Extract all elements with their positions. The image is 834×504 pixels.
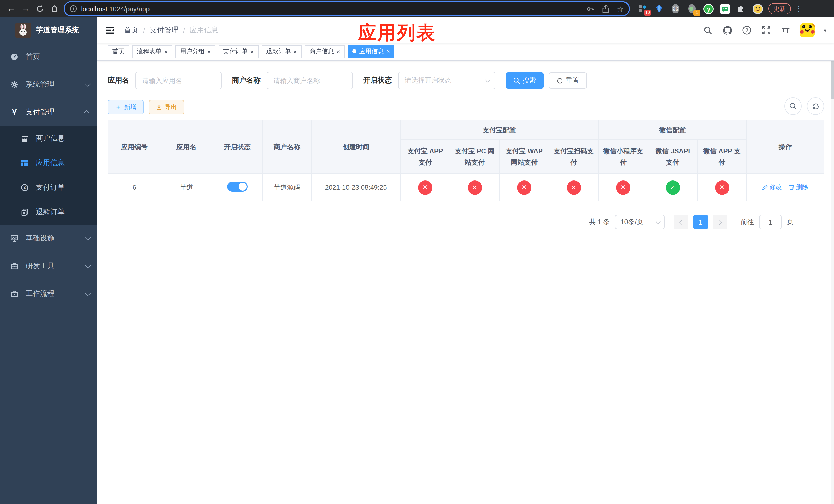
sidebar-item-refund-order[interactable]: 退款订单 xyxy=(0,200,97,225)
url-text[interactable]: localhost:1024/pay/app xyxy=(81,5,586,13)
tab-首页[interactable]: 首页 xyxy=(108,45,129,59)
search-button[interactable]: 搜索 xyxy=(506,72,544,89)
goto-suffix: 页 xyxy=(787,217,793,227)
reset-button[interactable]: 重置 xyxy=(549,72,587,89)
sidebar-item-dev-tools[interactable]: 研发工具 xyxy=(0,252,97,280)
password-key-icon[interactable] xyxy=(586,4,594,13)
extension-y-icon[interactable]: y xyxy=(703,3,714,14)
status-toggle[interactable] xyxy=(227,182,247,192)
tab-退款订单[interactable]: 退款订单× xyxy=(262,45,302,59)
address-bar[interactable]: localhost:1024/pay/app ☆ xyxy=(65,2,629,15)
sidebar: 芋道管理系统 首页 系统管理 ¥ 支付管理 xyxy=(0,18,97,504)
table-row: 6 芋道 芋道源码 2021-10-23 08:49:25 ✕ ✕ ✕ ✕ ✕ … xyxy=(108,174,824,201)
sidebar-fold-icon[interactable] xyxy=(106,25,116,36)
sidebar-item-payment[interactable]: ¥ 支付管理 xyxy=(0,98,97,126)
sidebar-item-infra[interactable]: 基础设施 xyxy=(0,225,97,252)
tab-支付订单[interactable]: 支付订单× xyxy=(219,45,259,59)
browser-forward-icon[interactable]: → xyxy=(19,2,33,16)
cell-app-id: 6 xyxy=(108,174,161,201)
page-scrollbar[interactable] xyxy=(831,18,834,504)
breadcrumb-current: 应用信息 xyxy=(190,26,219,35)
yen-circle-icon: ¥ xyxy=(21,184,29,192)
close-tab-icon[interactable]: × xyxy=(207,49,211,55)
site-info-icon[interactable] xyxy=(70,5,77,12)
user-caret-icon[interactable]: ▾ xyxy=(824,27,826,33)
close-tab-icon[interactable]: × xyxy=(386,48,390,54)
chevron-down-icon xyxy=(656,219,661,224)
merchant-name-input[interactable] xyxy=(267,72,353,89)
extension-recorder-icon[interactable]: 1 xyxy=(686,3,698,14)
extensions-puzzle-icon[interactable] xyxy=(736,3,747,14)
page-size-select[interactable]: 10条/页 xyxy=(615,215,665,229)
browser-menu-icon[interactable]: ⋮ xyxy=(795,4,803,13)
share-icon[interactable] xyxy=(601,4,610,13)
tab-商户信息[interactable]: 商户信息× xyxy=(305,45,345,59)
svg-text:y: y xyxy=(707,6,710,12)
briefcase-icon xyxy=(10,290,19,298)
next-page-button[interactable] xyxy=(713,215,727,229)
cell-app-name: 芋道 xyxy=(161,174,212,201)
extensions-strip: 10 ⌘ 1 y xyxy=(637,3,763,14)
yen-icon: ¥ xyxy=(10,108,19,116)
tab-用户分组[interactable]: 用户分组× xyxy=(175,45,215,59)
close-tab-icon[interactable]: × xyxy=(164,49,168,55)
extension-command-icon[interactable]: ⌘ xyxy=(670,3,681,14)
breadcrumb: 首页 / 支付管理 / 应用信息 xyxy=(124,26,219,35)
close-tab-icon[interactable]: × xyxy=(293,49,297,55)
browser-reload-icon[interactable] xyxy=(33,2,47,16)
col-header-alipay-scan: 支付宝扫码支付 xyxy=(549,140,598,174)
extension-badge: 1 xyxy=(694,10,700,16)
col-header-app-name: 应用名 xyxy=(161,120,212,174)
group-header-wechat: 微信配置 xyxy=(598,120,747,140)
sidebar-item-pay-order[interactable]: ¥ 支付订单 xyxy=(0,175,97,200)
github-icon[interactable] xyxy=(722,25,732,36)
font-size-icon[interactable]: TT xyxy=(781,25,791,36)
delete-link[interactable]: 删除 xyxy=(789,183,808,192)
goto-label: 前往 xyxy=(741,217,754,227)
edit-link[interactable]: 修改 xyxy=(762,183,782,192)
app-name-input[interactable] xyxy=(135,72,222,89)
sidebar-item-home[interactable]: 首页 xyxy=(0,43,97,71)
breadcrumb-payment[interactable]: 支付管理 xyxy=(150,26,178,35)
browser-update-button[interactable]: 更新 xyxy=(768,3,791,14)
sidebar-item-system[interactable]: 系统管理 xyxy=(0,71,97,98)
tab-label: 退款订单 xyxy=(266,47,291,56)
browser-back-icon[interactable]: ← xyxy=(4,2,19,16)
page-number-1[interactable]: 1 xyxy=(694,215,708,229)
profile-avatar-icon[interactable] xyxy=(752,3,763,14)
extension-sidebar-icon[interactable]: 10 xyxy=(637,3,648,14)
sidebar-item-app-info[interactable]: 应用信息 xyxy=(0,151,97,175)
sidebar-item-workflow[interactable]: 工作流程 xyxy=(0,280,97,307)
goto-page-input[interactable] xyxy=(759,215,782,229)
sidebar-item-merchant-info[interactable]: 商户信息 xyxy=(0,126,97,151)
col-header-status: 开启状态 xyxy=(212,120,262,174)
prev-page-button[interactable] xyxy=(674,215,688,229)
toggle-search-button[interactable] xyxy=(784,97,802,115)
bookmark-star-icon[interactable]: ☆ xyxy=(617,5,624,13)
add-button[interactable]: ＋ 新增 xyxy=(108,100,144,114)
user-avatar[interactable] xyxy=(800,23,814,38)
chevron-down-icon xyxy=(85,290,91,296)
alipay-scan-status-icon: ✕ xyxy=(567,180,581,194)
extension-gem-icon[interactable] xyxy=(654,3,665,14)
col-header-wechat-jsapi: 微信 JSAPI 支付 xyxy=(648,140,697,174)
close-tab-icon[interactable]: × xyxy=(336,49,340,55)
close-tab-icon[interactable]: × xyxy=(250,49,254,55)
sidebar-logo[interactable]: 芋道管理系统 xyxy=(0,18,97,43)
chevron-down-icon xyxy=(85,262,91,269)
export-button[interactable]: 导出 xyxy=(149,100,184,114)
refresh-button[interactable] xyxy=(807,97,824,115)
status-select[interactable]: 请选择开启状态 xyxy=(398,72,496,89)
tab-label: 用户分组 xyxy=(180,47,205,56)
extension-chat-icon[interactable] xyxy=(719,3,730,14)
breadcrumb-home[interactable]: 首页 xyxy=(124,26,138,35)
tab-流程表单[interactable]: 流程表单× xyxy=(132,45,172,59)
active-tab-dot xyxy=(352,49,356,53)
browser-home-icon[interactable] xyxy=(47,2,62,16)
col-header-action: 操作 xyxy=(747,120,824,174)
search-icon[interactable] xyxy=(703,25,713,36)
fullscreen-icon[interactable] xyxy=(761,25,771,36)
help-icon[interactable]: ? xyxy=(742,25,752,36)
tab-应用信息[interactable]: 应用信息× xyxy=(348,45,394,58)
browser-toolbar: ← → localhost:1024/pay/app ☆ xyxy=(0,0,834,18)
